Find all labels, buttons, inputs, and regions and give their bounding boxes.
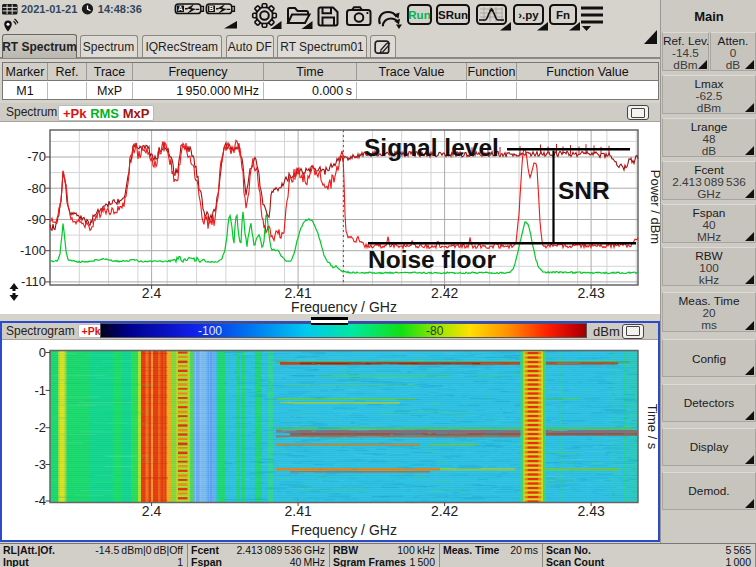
svg-text:A: A bbox=[178, 5, 183, 12]
svg-text:-4: -4 bbox=[34, 493, 46, 508]
svg-text:2021-01-21: 2021-01-21 bbox=[21, 3, 77, 15]
svg-text:Signal level: Signal level bbox=[364, 134, 499, 161]
svg-text:14:48:36: 14:48:36 bbox=[98, 3, 142, 15]
svg-text:-110: -110 bbox=[21, 274, 46, 289]
svg-text:-3: -3 bbox=[34, 456, 46, 471]
svg-text:-90: -90 bbox=[27, 212, 46, 227]
svg-text:Frequency / GHz: Frequency / GHz bbox=[291, 521, 397, 537]
svg-text:-70: -70 bbox=[27, 149, 46, 164]
svg-text:Noise floor: Noise floor bbox=[368, 246, 496, 273]
svg-text:SNR: SNR bbox=[558, 177, 610, 204]
svg-text:Time / s: Time / s bbox=[645, 403, 658, 449]
svg-text:-100: -100 bbox=[20, 243, 46, 258]
svg-text:-1: -1 bbox=[34, 382, 46, 397]
svg-text:B: B bbox=[209, 5, 214, 12]
svg-text:Power / dBm: Power / dBm bbox=[648, 170, 660, 244]
svg-text:Frequency / GHz: Frequency / GHz bbox=[291, 299, 397, 315]
svg-text:-80: -80 bbox=[27, 181, 46, 196]
svg-text:0: 0 bbox=[39, 344, 46, 359]
svg-text:-2: -2 bbox=[34, 420, 46, 435]
